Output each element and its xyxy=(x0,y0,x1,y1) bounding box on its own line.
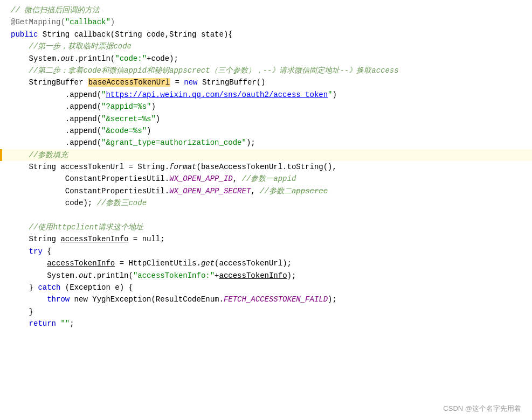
annotation-text: @GetMapping("callback") xyxy=(11,18,115,26)
code-editor: // 微信扫描后回调的方法 @GetMapping("callback") pu… xyxy=(0,0,532,420)
code-line-11: .append("&code=%s") xyxy=(0,125,532,137)
code-line-23: System.out.println("accessTokenInfo:"+ac… xyxy=(0,270,532,282)
comment-httpclient: //使用httpclient请求这个地址 xyxy=(11,223,143,232)
watermark: CSDN @这个名字先用着 xyxy=(443,403,521,415)
comment-text: // 微信扫描后回调的方法 xyxy=(11,6,100,15)
comment-params: //参数填充 xyxy=(11,151,68,159)
code-line-6: //第二步：拿着code和微信appid和秘钥appscrect（三个参数），-… xyxy=(0,65,532,76)
keyword-public: public xyxy=(11,30,38,39)
line-marker xyxy=(0,149,2,161)
code-line-8: .append("https://api.weixin.qq.com/sns/o… xyxy=(0,89,532,101)
code-line-17: code); //参数三code xyxy=(0,197,532,209)
code-line-3: public String callback(String code,Strin… xyxy=(0,29,532,40)
code-line-25: throw new YyghException(ResultCodeEnum.F… xyxy=(0,293,532,305)
code-line-26: } xyxy=(0,306,532,318)
code-line-15: ConstantPropertiesUtil.WX_OPEN_APP_ID, /… xyxy=(0,173,532,185)
code-line-24: } catch (Exception e) { xyxy=(0,282,532,293)
comment-step1: //第一步，获取临时票据code xyxy=(11,42,132,51)
code-line-4: //第一步，获取临时票据code xyxy=(0,40,532,52)
code-line-16: ConstantPropertiesUtil.WX_OPEN_APP_SECRE… xyxy=(0,185,532,197)
code-line-18 xyxy=(0,209,532,221)
code-line-9: .append("?appid=%s") xyxy=(0,101,532,113)
code-line-19: //使用httpclient请求这个地址 xyxy=(0,221,532,233)
code-line-27: return ""; xyxy=(0,318,532,330)
code-line-2: @GetMapping("callback") xyxy=(0,16,532,28)
code-line-10: .append("&secret=%s") xyxy=(0,113,532,125)
code-line-21: try { xyxy=(0,246,532,257)
code-line-1: // 微信扫描后回调的方法 xyxy=(0,4,532,16)
code-line-5: System.out.println("code:"+code); xyxy=(0,53,532,65)
code-line-22: accessTokenInfo = HttpClientUtils.get(ac… xyxy=(0,257,532,269)
code-line-12: .append("&grant_type=authorization_code"… xyxy=(0,137,532,149)
code-line-7: StringBuffer baseAccessTokenUrl = new St… xyxy=(0,76,532,88)
comment-step2: //第二步：拿着code和微信appid和秘钥appscrect（三个参数），-… xyxy=(11,66,399,75)
code-line-13: //参数填充 xyxy=(0,149,532,161)
code-line-14: String accessTokenUrl = String.format(ba… xyxy=(0,161,532,173)
code-line-20: String accessTokenInfo = null; xyxy=(0,233,532,245)
